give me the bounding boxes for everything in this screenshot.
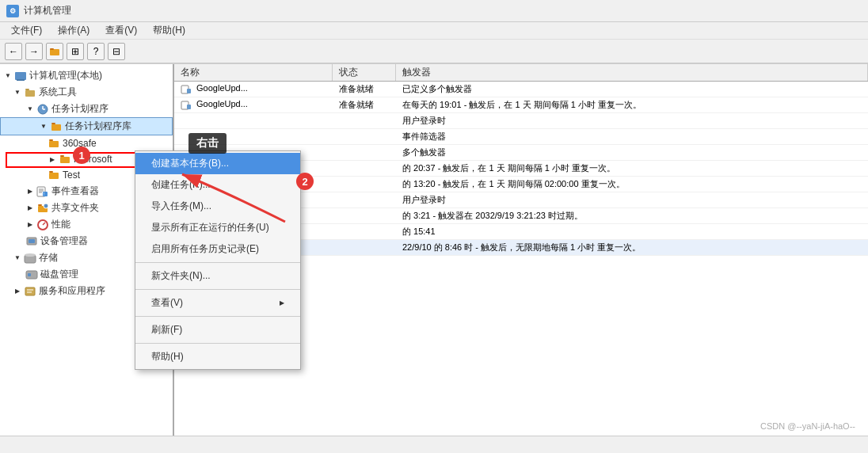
- table-row[interactable]: GoogleUpd... 准备就绪 在每天的 19:01 - 触发后，在 1 天…: [174, 97, 868, 113]
- tree-label-eventviewer: 事件查看器: [51, 185, 99, 198]
- table-row[interactable]: 用户登录时: [174, 113, 868, 129]
- row2-trigger: 在每天的 19:01 - 触发后，在 1 天 期间每隔 1 小时 重复一次。: [396, 98, 868, 112]
- svg-rect-34: [25, 287, 35, 295]
- svg-rect-29: [29, 239, 35, 243]
- ctx-divider-2: [135, 289, 300, 290]
- tree-taskscheduler[interactable]: ▼ 任务计划程序: [0, 101, 173, 117]
- app-icon: ⚙: [6, 5, 19, 17]
- expand-icon-10: ▶: [13, 287, 22, 296]
- ctx-divider-1: [135, 262, 300, 263]
- col-name[interactable]: 名称: [174, 64, 333, 81]
- svg-rect-16: [49, 171, 53, 173]
- right-click-label: 右击: [188, 133, 227, 154]
- expand-icon-6: ▶: [25, 187, 35, 196]
- row3-status: [333, 120, 396, 122]
- row3-trigger: 用户登录时: [396, 114, 868, 128]
- tree-label-storage: 存储: [39, 251, 58, 265]
- ctx-enable-history[interactable]: 启用所有任务历史记录(E): [135, 238, 300, 260]
- svg-text:!: !: [44, 192, 44, 196]
- table-row[interactable]: 事件筛选器: [174, 129, 868, 145]
- watermark: CSDN @--yaN-jiA-haO--: [760, 421, 855, 431]
- svg-rect-40: [187, 105, 191, 109]
- context-menu: 创建基本任务(B)... 创建任务(R)... 导入任务(M)... 显示所有正…: [135, 150, 301, 370]
- ctx-show-running[interactable]: 显示所有正在运行的任务(U): [135, 217, 300, 238]
- expand-icon-9: ▼: [13, 253, 22, 263]
- col-trigger[interactable]: 触发器: [396, 64, 868, 81]
- tree-system-tools[interactable]: ▼ 系统工具: [0, 84, 173, 101]
- svg-rect-1: [50, 48, 54, 50]
- row2-name: GoogleUpd...: [174, 98, 333, 111]
- help-button[interactable]: ?: [87, 43, 105, 60]
- menu-action[interactable]: 操作(A): [50, 22, 97, 39]
- svg-rect-38: [187, 89, 191, 93]
- svg-rect-5: [25, 89, 29, 90]
- forward-button[interactable]: →: [25, 43, 43, 60]
- ctx-new-folder[interactable]: 新文件夹(N)...: [135, 265, 300, 287]
- ctx-divider-4: [135, 343, 300, 344]
- tree-label-sharedfolders: 共享文件夹: [51, 201, 99, 215]
- svg-line-27: [43, 223, 45, 225]
- svg-rect-13: [60, 157, 70, 163]
- svg-rect-15: [49, 173, 59, 179]
- svg-rect-10: [51, 123, 55, 124]
- row5-trigger: 多个触发器: [396, 146, 868, 159]
- svg-rect-0: [50, 49, 59, 55]
- expand-icon-8: ▶: [25, 220, 35, 230]
- ctx-helpitem[interactable]: 帮助(H): [135, 346, 300, 367]
- svg-rect-24: [38, 204, 42, 206]
- menu-view[interactable]: 查看(V): [97, 22, 145, 39]
- folder-button[interactable]: [46, 43, 63, 60]
- ctx-create-basic-task[interactable]: 创建基本任务(B)...: [135, 153, 300, 174]
- ctx-create-task[interactable]: 创建任务(R)...: [135, 174, 300, 196]
- tree-tasklib[interactable]: ▼ 任务计划程序库: [0, 117, 173, 135]
- table-row[interactable]: GoogleUpd... 准备就绪 已定义多个触发器: [174, 82, 868, 97]
- title-bar: ⚙ 计算机管理: [0, 0, 868, 22]
- col-status[interactable]: 状态: [333, 64, 396, 81]
- ctx-divider-3: [135, 316, 300, 317]
- row8-trigger: 用户登录时: [396, 193, 868, 207]
- tree-label-perf: 性能: [51, 218, 70, 231]
- svg-rect-11: [49, 141, 59, 147]
- svg-point-31: [25, 253, 36, 257]
- menu-help[interactable]: 帮助(H): [145, 22, 193, 39]
- expand-icon-2: ▼: [13, 88, 22, 97]
- tree-label-tasklib: 任务计划程序库: [65, 120, 131, 133]
- menu-bar: 文件(F) 操作(A) 查看(V) 帮助(H): [0, 22, 868, 40]
- svg-rect-4: [25, 90, 35, 97]
- annotation-circle-2: 2: [296, 173, 314, 190]
- row9-trigger: 的 3:21 - 触发器在 2032/9/19 3:21:23 时过期。: [396, 209, 868, 223]
- expand-icon-7: ▶: [25, 204, 35, 213]
- svg-rect-14: [60, 155, 64, 157]
- tree-label-diskmgmt: 磁盘管理: [40, 268, 78, 281]
- menu-file[interactable]: 文件(F): [3, 22, 50, 39]
- svg-rect-33: [28, 273, 31, 276]
- row6-trigger: 的 20:37 - 触发后，在 1 天 期间每隔 1 小时 重复一次。: [396, 162, 868, 175]
- row4-trigger: 事件筛选器: [396, 130, 868, 143]
- annotation-circle-1: 1: [73, 147, 90, 164]
- main-layout: ▼ 计算机管理(本地) ▼ 系统工具 ▼ 任务计划程序 ▼ 任务计划程序库 36…: [0, 63, 868, 436]
- panel-button[interactable]: ⊟: [108, 43, 125, 60]
- tree-label-systemtools: 系统工具: [39, 86, 77, 99]
- tree-label-computer: 计算机管理(本地): [29, 69, 102, 82]
- svg-rect-3: [17, 79, 25, 81]
- row3-name: [174, 120, 333, 122]
- column-headers: 名称 状态 触发器: [174, 64, 868, 82]
- ctx-view[interactable]: 查看(V) ▶: [135, 292, 300, 314]
- expand-icon: ▼: [3, 71, 13, 81]
- tree-computer[interactable]: ▼ 计算机管理(本地): [0, 67, 173, 84]
- row1-name: GoogleUpd...: [174, 82, 333, 95]
- row7-trigger: 的 13:20 - 触发后，在 1 天 期间每隔 02:00:00 重复一次。: [396, 177, 868, 191]
- ctx-import-task[interactable]: 导入任务(M)...: [135, 196, 300, 217]
- row1-trigger: 已定义多个触发器: [396, 82, 868, 96]
- grid-button[interactable]: ⊞: [67, 43, 84, 60]
- svg-rect-12: [49, 139, 53, 141]
- expand-icon-3: ▼: [25, 105, 35, 114]
- expand-icon-4: ▼: [39, 122, 48, 131]
- title-text: 计算机管理: [24, 4, 71, 17]
- svg-point-25: [44, 204, 48, 208]
- status-bar: [0, 436, 868, 453]
- ctx-refresh[interactable]: 刷新(F): [135, 319, 300, 341]
- back-button[interactable]: ←: [5, 43, 22, 60]
- row11-trigger: 22/9/10 的 8:46 时 - 触发后，无限期地每隔 1 小时 重复一次。: [396, 241, 868, 254]
- tree-label-taskscheduler: 任务计划程序: [51, 102, 108, 116]
